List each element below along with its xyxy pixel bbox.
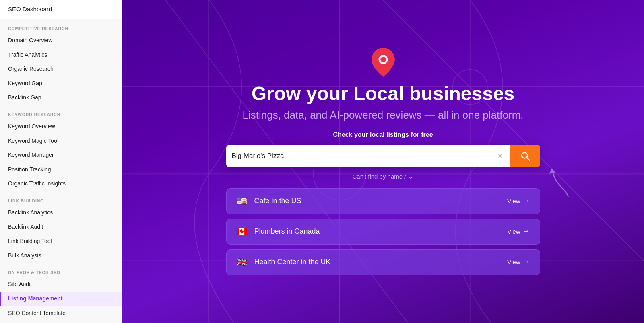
search-input[interactable] [232,145,495,167]
sidebar-section-label: COMPETITIVE RESEARCH [0,19,122,33]
sidebar-section-competitive-research: COMPETITIVE RESEARCHDomain OverviewTraff… [0,19,122,105]
check-label: Check your local listings for free [333,131,433,138]
sidebar-section-label: KEYWORD RESEARCH [0,105,122,119]
result-view-plumbers-canada[interactable]: View→ [507,227,530,236]
result-view-health-center-uk[interactable]: View→ [507,258,530,266]
result-view-arrow-icon: → [523,258,530,266]
search-underline [232,167,505,167]
sidebar-section-label: ON PAGE & TECH SEO [0,263,122,277]
result-flag-health-center-uk: 🇬🇧 [236,257,247,267]
sidebar-section-keyword-research: KEYWORD RESEARCHKeyword OverviewKeyword … [0,105,122,191]
sidebar-item-backlink-gap[interactable]: Backlink Gap [0,91,122,105]
search-button[interactable] [510,145,540,167]
location-pin [371,48,395,78]
cant-find-button[interactable]: Can't find by name? ⌄ [353,173,414,180]
sidebar-section-on-page-&-tech-seo: ON PAGE & TECH SEOSite AuditListing Mana… [0,263,122,320]
sidebar-section-link-building: LINK BUILDINGBacklink AnalyticsBacklink … [0,191,122,263]
result-text-plumbers-canada: Plumbers in Canada [254,227,508,236]
main-subtitle: Listings, data, and AI-powered reviews —… [242,109,523,121]
sidebar-item-bulk-analysis[interactable]: Bulk Analysis [0,249,122,263]
sidebar-item-keyword-overview[interactable]: Keyword Overview [0,119,122,134]
sidebar-item-backlink-audit[interactable]: Backlink Audit [0,220,122,235]
result-view-label: View [507,228,520,235]
sidebar-top-item[interactable]: SEO Dashboard [0,0,122,19]
result-text-health-center-uk: Health Center in the UK [254,258,508,266]
svg-point-12 [380,57,386,62]
sidebar-item-position-tracking[interactable]: Position Tracking [0,163,122,177]
sidebar-item-keyword-magic-tool[interactable]: Keyword Magic Tool [0,134,122,148]
search-row: × [226,145,540,167]
sidebar-item-keyword-gap[interactable]: Keyword Gap [0,76,122,91]
result-flag-plumbers-canada: 🇨🇦 [236,226,247,237]
search-icon [520,151,530,161]
main-content: Grow your Local businesses Listings, dat… [122,0,644,323]
search-area: × Can't find by name? ⌄ [226,145,540,180]
sidebar-item-organic-research[interactable]: Organic Research [0,62,122,76]
main-title: Grow your Local businesses [252,82,515,105]
sidebar-item-backlink-analytics[interactable]: Backlink Analytics [0,206,122,220]
sidebar-item-listing-management[interactable]: Listing Management [0,292,122,306]
result-view-arrow-icon: → [523,227,530,236]
sidebar-item-organic-traffic-insights[interactable]: Organic Traffic Insights [0,177,122,191]
result-view-label: View [507,259,520,265]
search-input-wrap: × [226,145,510,167]
result-item-health-center-uk[interactable]: 🇬🇧Health Center in the UKView→ [226,249,540,275]
results-list: 🇺🇸Cafe in the USView→🇨🇦Plumbers in Canad… [226,188,540,275]
chevron-down-icon: ⌄ [408,173,413,180]
svg-line-14 [526,157,529,160]
sidebar-section-label: LINK BUILDING [0,191,122,206]
sidebar-item-site-audit[interactable]: Site Audit [0,277,122,292]
sidebar: SEO Dashboard COMPETITIVE RESEARCHDomain… [0,0,122,323]
sidebar-item-domain-overview[interactable]: Domain Overview [0,33,122,48]
result-view-label: View [507,198,520,204]
result-item-plumbers-canada[interactable]: 🇨🇦Plumbers in CanadaView→ [226,219,540,245]
sidebar-item-traffic-analytics[interactable]: Traffic Analytics [0,48,122,62]
sidebar-item-link-building-tool[interactable]: Link Building Tool [0,234,122,249]
arrow-hint [548,165,572,203]
result-view-cafe-us[interactable]: View→ [507,197,530,205]
result-view-arrow-icon: → [523,197,530,205]
result-flag-cafe-us: 🇺🇸 [236,196,247,206]
result-item-cafe-us[interactable]: 🇺🇸Cafe in the USView→ [226,188,540,214]
search-clear-button[interactable]: × [495,152,505,160]
result-text-cafe-us: Cafe in the US [254,197,508,205]
sidebar-item-keyword-manager[interactable]: Keyword Manager [0,148,122,163]
sidebar-item-seo-content-template[interactable]: SEO Content Template [0,306,122,321]
